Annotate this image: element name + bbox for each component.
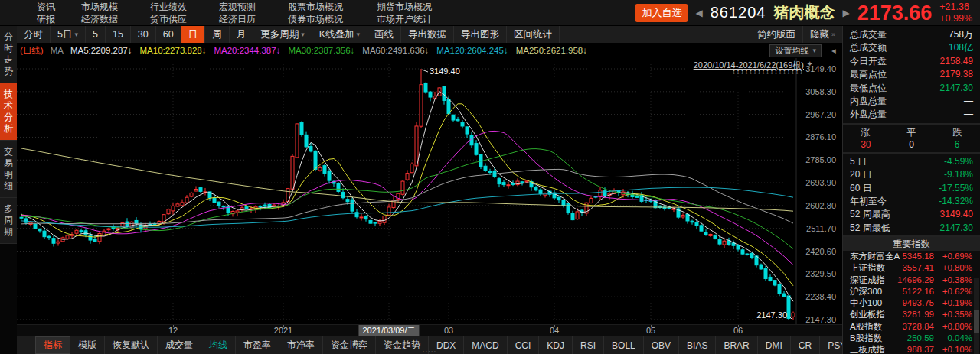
kline-chart[interactable]: 3149.403058.302967.202876.102785.002693.… — [17, 58, 842, 324]
indicator-item-成交量[interactable]: 成交量 — [158, 336, 201, 354]
performance-section: 5 日-4.59%20 日-9.18%60 日-17.55%年初至今-14.32… — [843, 152, 980, 235]
perf-row: 60 日-17.55% — [843, 182, 980, 195]
indicator-item-恢复默认[interactable]: 恢复默认 — [105, 336, 158, 354]
top-menu-item[interactable]: 债券市场概况 — [288, 14, 377, 24]
svg-text:3058.30: 3058.30 — [805, 87, 836, 96]
ma-line-MA5 — [21, 92, 793, 302]
add-watchlist-button[interactable]: 加入自选 — [635, 4, 688, 22]
toolbar-item-区间统计[interactable]: 区间统计 — [507, 26, 560, 43]
index-row[interactable]: B股指数250.59-0.04% — [843, 333, 980, 344]
quote-header: 加入自选 ◀ 861204 猪肉概念 ▶ 2173.66 +21.36 +0.9… — [635, 2, 980, 24]
rail-tab-交易明细[interactable]: 交易明细 — [0, 141, 17, 198]
index-row[interactable]: A股指数3728.84+0.80% — [843, 321, 980, 333]
toolbar-item-月[interactable]: 月 — [230, 26, 254, 43]
top-menu-item[interactable]: 资讯 — [37, 2, 81, 12]
indicator-item-资金趋势[interactable]: 资金趋势 — [376, 336, 429, 354]
indicator-item-模版[interactable]: 模版 — [70, 336, 105, 354]
indicator-item-BRAR[interactable]: BRAR — [716, 336, 757, 354]
toolbar-item-隐藏[interactable]: 隐藏» — [802, 26, 842, 43]
indicator-item-市净率[interactable]: 市净率 — [279, 336, 323, 354]
pin-icon[interactable]: ✦ — [807, 60, 813, 68]
index-value: 250.59 — [907, 333, 934, 344]
index-row[interactable]: 沪深3005122.16+0.62% — [843, 286, 980, 297]
panel-resize-handle[interactable]: ····· — [423, 349, 436, 354]
rail-tab-char: 多 — [0, 203, 17, 215]
breadth-section: 涨平跌3006 — [843, 123, 980, 152]
rail-tab-char: 析 — [0, 123, 17, 135]
indicator-item-CCI[interactable]: CCI — [508, 336, 540, 354]
candles — [20, 69, 795, 320]
toolbar-item-分时[interactable]: 分时 — [17, 26, 51, 43]
indicator-item-均线[interactable]: 均线 — [201, 336, 236, 354]
indicator-item-KDJ[interactable]: KDJ — [539, 336, 573, 354]
top-menu-item[interactable]: 市场规模 — [81, 2, 150, 12]
toolbar-item-日[interactable]: 日 — [181, 26, 206, 43]
toolbar-item-5[interactable]: 5 — [86, 26, 106, 43]
perf-value: 3149.40 — [940, 208, 973, 221]
indicator-item-BIAS[interactable]: BIAS — [679, 336, 716, 354]
toolbar-item-30[interactable]: 30 — [131, 26, 156, 43]
toolbar-item-60[interactable]: 60 — [156, 26, 181, 43]
top-menu-item[interactable]: 市场开户统计 — [377, 14, 432, 24]
stat-row: 内盘总量— — [843, 95, 980, 108]
rail-tab-多周期[interactable]: 多周期 — [0, 198, 17, 244]
perf-value: -17.55% — [939, 182, 973, 195]
index-row[interactable]: 上证指数3557.41+0.80% — [843, 262, 980, 274]
index-row[interactable]: 创业板指3281.99+0.35% — [843, 309, 980, 320]
toolbar-item-周[interactable]: 周 — [205, 26, 230, 43]
toolbar-item-简约版面[interactable]: 简约版面 — [750, 26, 802, 43]
stats-section: 总成交量758万总成交额108亿今日开盘2158.49最高点位2179.38最低… — [843, 26, 980, 122]
rail-tab-技术分析[interactable]: 技术分析 — [0, 83, 17, 141]
down-arrow-icon: ↓ — [351, 46, 355, 55]
perf-row: 52 周最低2147.30 — [843, 222, 980, 235]
stat-row: 总成交额108亿 — [843, 41, 980, 54]
top-menu-item[interactable]: 研报 — [37, 14, 81, 24]
top-menu-item[interactable]: 期货市场概况 — [377, 2, 432, 12]
toolbar-item-画线[interactable]: 画线 — [368, 26, 401, 43]
ma-line-MA10 — [21, 104, 793, 286]
index-row[interactable]: 中小1009493.75+0.19% — [843, 297, 980, 309]
top-menu-item[interactable]: 经济日历 — [219, 14, 288, 24]
next-symbol-arrow-icon[interactable]: ▶ — [842, 8, 849, 18]
top-menu-item[interactable]: 经济数据 — [81, 14, 150, 24]
toolbar-item-导出数据[interactable]: 导出数据 — [401, 26, 454, 43]
toolbar-item-15[interactable]: 15 — [106, 26, 131, 43]
top-menu-item[interactable]: 股票市场概况 — [288, 2, 377, 12]
breadth-header: 跌 — [934, 126, 980, 138]
indicator-item-指标[interactable]: 指标 — [35, 336, 70, 354]
top-menu-item[interactable]: 货币供应 — [150, 14, 219, 24]
indicator-item-MACD[interactable]: MACD — [464, 336, 507, 354]
toolbar-item-5日[interactable]: 5日▾ — [51, 26, 86, 43]
top-menu-item[interactable]: 行业绩效 — [150, 2, 219, 12]
down-arrow-icon: ↓ — [202, 46, 207, 55]
svg-text:3149.40: 3149.40 — [430, 67, 460, 76]
stat-label: 最高点位 — [850, 68, 887, 81]
index-row[interactable]: 三板成指988.37+0.10% — [843, 344, 980, 354]
indices-scrollbar[interactable] — [974, 278, 979, 354]
index-row[interactable]: 东方财富全A5345.18+0.69% — [843, 251, 980, 262]
ma-settings-button[interactable]: 设置均线 ▾ — [769, 44, 822, 57]
prev-symbol-arrow-icon[interactable]: ◀ — [695, 8, 702, 18]
indicator-item-OBV[interactable]: OBV — [644, 336, 679, 354]
index-percent: +0.19% — [934, 297, 972, 309]
rail-tab-分时走势[interactable]: 分时走势 — [0, 26, 17, 83]
index-value: 14696.29 — [897, 274, 934, 286]
collapse-panel-icon[interactable]: ◂ — [828, 45, 839, 56]
toolbar-item-K线叠加[interactable]: K线叠加▾ — [312, 26, 368, 43]
indicator-item-资金博弈[interactable]: 资金博弈 — [323, 336, 376, 354]
indicator-item-市盈率[interactable]: 市盈率 — [236, 336, 279, 354]
toolbar-item-更多周期[interactable]: 更多周期▾ — [253, 26, 312, 43]
indicator-item-CR[interactable]: CR — [791, 336, 820, 354]
svg-text:2329.50: 2329.50 — [805, 269, 836, 278]
indicator-item-BOLL[interactable]: BOLL — [604, 336, 644, 354]
top-menu-item[interactable]: 宏观预测 — [219, 2, 288, 12]
scrollbar-thumb[interactable] — [974, 310, 979, 333]
rail-tab-char: 细 — [0, 180, 17, 192]
rail-tab-char: 易 — [0, 158, 17, 169]
index-percent: +0.38% — [934, 274, 972, 286]
index-percent: -0.04% — [934, 333, 972, 344]
indicator-item-RSI[interactable]: RSI — [573, 336, 604, 354]
index-row[interactable]: 深证成指14696.29+0.38% — [843, 274, 980, 286]
indicator-item-DMI[interactable]: DMI — [758, 336, 791, 354]
toolbar-item-导出图形[interactable]: 导出图形 — [454, 26, 507, 43]
